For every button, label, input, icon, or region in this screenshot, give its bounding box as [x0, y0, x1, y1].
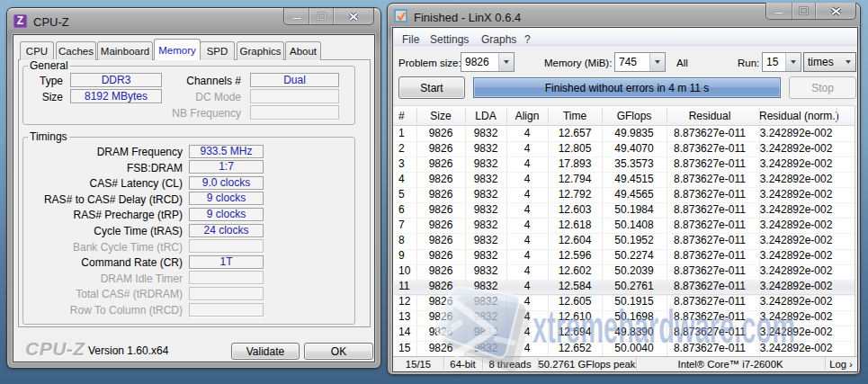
- svg-text:xtremehardware.com: xtremehardware.com: [532, 300, 795, 353]
